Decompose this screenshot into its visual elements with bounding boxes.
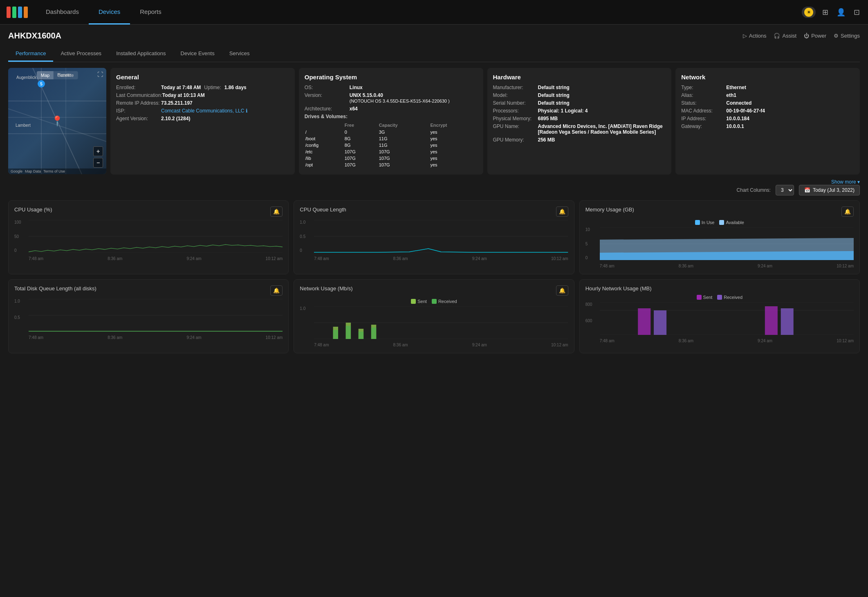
- grid-icon-btn[interactable]: ⊞: [821, 6, 830, 18]
- cpu-usage-alert-btn[interactable]: 🔔: [270, 206, 283, 217]
- svg-rect-32: [654, 310, 666, 335]
- drive-row: /etc107G107Gyes: [305, 149, 477, 155]
- map-tab-satellite[interactable]: Satellite: [54, 71, 78, 79]
- isp-value[interactable]: Comcast Cable Communications, LLC: [161, 108, 244, 114]
- map-tab-map[interactable]: Map: [37, 71, 54, 79]
- y-label-10d: 1.0: [14, 299, 27, 303]
- map-label-lambert: Lambert: [16, 123, 31, 128]
- x-748-n: 7:48 am: [314, 343, 329, 347]
- map-expand-icon[interactable]: ⛶: [97, 71, 103, 78]
- hw-manufacturer-row: Manufacturer: Default string: [493, 85, 666, 90]
- hw-mem-label: Physical Memory:: [493, 116, 538, 121]
- tab-device-events[interactable]: Device Events: [173, 46, 222, 62]
- actions-button[interactable]: ▷ Actions: [743, 33, 767, 39]
- hourly-svg: [600, 302, 854, 335]
- cpu-usage-header: CPU Usage (%) 🔔: [14, 206, 283, 217]
- map-box: 5 Augenblick Pioneer Lambert 📍 Map Satel…: [8, 68, 106, 174]
- general-card: General Enrolled: Today at 7:48 AM Uptim…: [110, 68, 295, 175]
- device-actions: ▷ Actions 🎧 Assist ⏻ Power ⚙ Settings: [743, 33, 860, 39]
- drive-cell-5-1: 107G: [345, 162, 378, 168]
- map-footer-mapdata: Map Data: [25, 169, 41, 173]
- network-x-labels: 7:48 am 8:36 am 9:24 am 10:12 am: [314, 343, 568, 347]
- info-grid: 5 Augenblick Pioneer Lambert 📍 Map Satel…: [8, 68, 860, 175]
- power-button[interactable]: ⏻ Power: [804, 33, 826, 39]
- hw-model-row: Model: Default string: [493, 92, 666, 98]
- chart-network-usage: Network Usage (Mb/s) 🔔 Sent Received 1.0: [294, 279, 574, 353]
- settings-button[interactable]: ⚙ Settings: [834, 33, 860, 39]
- drive-cell-1-1: 8G: [345, 136, 378, 142]
- nav-devices[interactable]: Devices: [89, 0, 130, 25]
- agent-value: 2.10.2 (1284): [161, 116, 190, 121]
- net-alias-value: eth1: [726, 92, 736, 98]
- hw-proc-label: Processors:: [493, 108, 538, 114]
- remote-ip-value: 73.25.211.197: [161, 100, 193, 106]
- tab-performance[interactable]: Performance: [8, 46, 53, 62]
- chart-col-label: Chart Columns:: [737, 187, 771, 193]
- hw-manufacturer-value: Default string: [538, 85, 570, 90]
- os-title: Operating System: [305, 74, 478, 81]
- cpu-queue-svg: [314, 220, 568, 253]
- tab-active-processes[interactable]: Active Processes: [53, 46, 109, 62]
- tab-installed-apps[interactable]: Installed Applications: [109, 46, 173, 62]
- disk-queue-alert-btn[interactable]: 🔔: [270, 285, 283, 296]
- nav-links: Dashboards Devices Reports: [36, 0, 802, 25]
- disk-queue-x-labels: 7:48 am 8:36 am 9:24 am 10:12 am: [29, 335, 283, 340]
- hourly-x-labels: 7:48 am 8:36 am 9:24 am 10:12 am: [600, 339, 854, 343]
- hardware-card: Hardware Manufacturer: Default string Mo…: [487, 68, 672, 175]
- x-label-1012: 10:12 am: [266, 256, 283, 261]
- net-type-label: Type:: [681, 85, 726, 90]
- device-header: AHKDX1600A ▷ Actions 🎧 Assist ⏻ Power ⚙ …: [8, 31, 860, 40]
- x-924-h: 9:24 am: [758, 339, 772, 343]
- y-label-10: 1.0: [300, 220, 312, 224]
- assist-button[interactable]: 🎧 Assist: [774, 33, 796, 39]
- drive-cell-3-0: /etc: [305, 149, 344, 155]
- hourly-network-header: Hourly Network Usage (MB): [585, 285, 854, 292]
- user-icon-btn[interactable]: 👤: [835, 6, 847, 18]
- svg-rect-24: [346, 326, 351, 339]
- hw-serial-label: Serial Number:: [493, 100, 538, 106]
- cpu-usage-svg: [29, 220, 283, 253]
- hw-proc-value: Physical: 1 Logical: 4: [538, 108, 588, 114]
- drive-cell-3-1: 107G: [345, 149, 378, 155]
- cpu-queue-alert-btn[interactable]: 🔔: [556, 206, 568, 217]
- cpu-usage-y-labels: 100 50 0: [14, 220, 27, 253]
- chart-columns-select[interactable]: 3 2 1: [776, 185, 794, 195]
- app-logo: [7, 7, 28, 18]
- memory-alert-btn[interactable]: 🔔: [841, 206, 854, 217]
- nav-reports[interactable]: Reports: [130, 0, 171, 25]
- net-gw-label: Gateway:: [681, 123, 726, 129]
- map-zoom-out[interactable]: −: [93, 158, 103, 168]
- drives-section: Drives & Volumes: Free Capacity Encrypt …: [305, 114, 478, 169]
- tab-services[interactable]: Services: [222, 46, 257, 62]
- network-usage-alert-btn[interactable]: 🔔: [556, 285, 568, 296]
- general-comm-row: Last Communication: Today at 10:13 AM: [116, 92, 289, 98]
- x-748-h: 7:48 am: [600, 339, 615, 343]
- nav-dashboards[interactable]: Dashboards: [36, 0, 89, 25]
- memory-legend: In Use Available: [585, 220, 854, 225]
- theme-toggle[interactable]: ☀: [802, 7, 816, 18]
- show-more-label: Show more: [831, 179, 856, 185]
- date-picker-button[interactable]: 📅 Today (Jul 3, 2022): [799, 185, 860, 195]
- top-nav: Dashboards Devices Reports ☀ ⊞ 👤 ⊡: [0, 0, 868, 25]
- chart-disk-queue: Total Disk Queue Length (all disks) 🔔 1.…: [8, 279, 289, 353]
- chart-hourly-network: Hourly Network Usage (MB) Sent Received …: [579, 279, 860, 353]
- hw-mem-value: 6895 MB: [538, 116, 558, 121]
- hw-model-label: Model:: [493, 92, 538, 98]
- calendar-icon: 📅: [804, 187, 810, 193]
- map-zoom-in[interactable]: +: [93, 146, 103, 156]
- drive-cell-4-0: /lib: [305, 156, 344, 162]
- x-836-n: 8:36 am: [393, 343, 408, 347]
- x-836-d: 8:36 am: [108, 335, 122, 340]
- net-ip-label: IP Address:: [681, 116, 726, 121]
- drive-cell-1-0: /boot: [305, 136, 344, 142]
- hw-mem-row: Physical Memory: 6895 MB: [493, 116, 666, 121]
- drive-cell-4-2: 107G: [379, 156, 430, 162]
- logout-icon-btn[interactable]: ⊡: [852, 6, 861, 18]
- legend-in-use: In Use: [695, 220, 715, 225]
- drive-row: /opt107G107Gyes: [305, 162, 477, 168]
- show-more-button[interactable]: Show more ▾: [831, 179, 860, 185]
- hardware-title: Hardware: [493, 74, 666, 81]
- x-label-836: 8:36 am: [108, 256, 122, 261]
- drive-cell-3-2: 107G: [379, 149, 430, 155]
- net-gw-value: 10.0.0.1: [726, 123, 744, 129]
